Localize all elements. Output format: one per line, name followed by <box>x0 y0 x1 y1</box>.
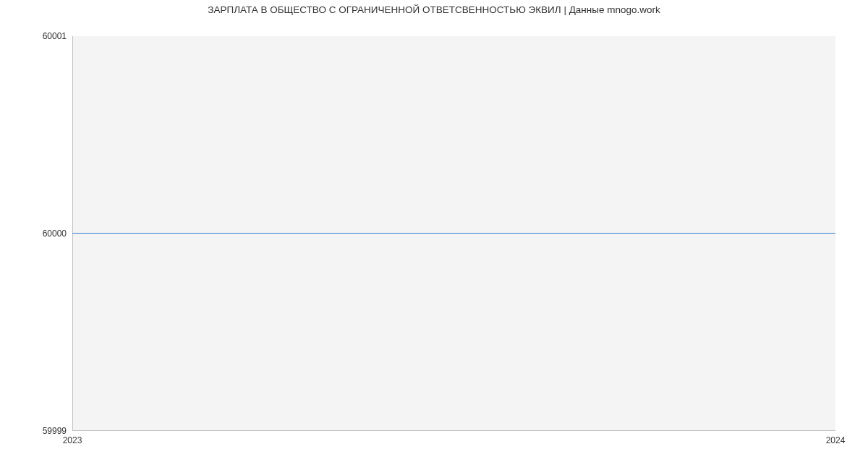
y-tick-label: 59999 <box>43 426 67 436</box>
chart-container: ЗАРПЛАТА В ОБЩЕСТВО С ОГРАНИЧЕННОЙ ОТВЕТ… <box>0 0 868 470</box>
y-tick-label: 60000 <box>43 228 67 239</box>
x-tick-label: 2023 <box>63 435 82 445</box>
x-tick-label: 2024 <box>826 435 846 445</box>
plot-area <box>72 36 835 431</box>
data-line <box>72 233 835 234</box>
chart-title: ЗАРПЛАТА В ОБЩЕСТВО С ОГРАНИЧЕННОЙ ОТВЕТ… <box>0 4 868 15</box>
y-tick-label: 60001 <box>43 31 67 41</box>
